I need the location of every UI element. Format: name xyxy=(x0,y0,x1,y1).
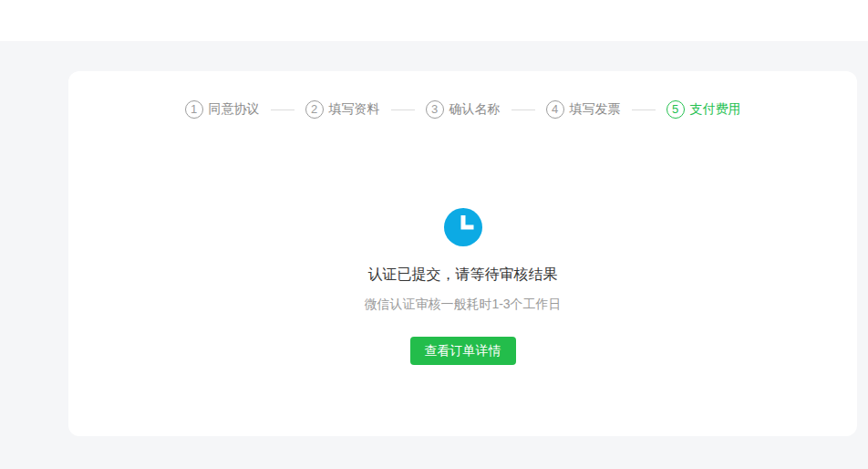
step-number-badge: 4 xyxy=(546,100,564,119)
step-connector xyxy=(632,109,656,110)
step-connector xyxy=(512,109,535,110)
step-number-badge: 1 xyxy=(185,100,203,119)
step-connector xyxy=(271,109,294,110)
status-title: 认证已提交，请等待审核结果 xyxy=(68,266,857,285)
view-order-details-button[interactable]: 查看订单详情 xyxy=(410,337,516,365)
step-label: 同意协议 xyxy=(209,101,260,118)
verification-status-card: 1 同意协议 2 填写资料 3 确认名称 4 填写发票 5 支付费用 xyxy=(68,71,857,436)
status-content: 认证已提交，请等待审核结果 微信认证审核一般耗时1-3个工作日 查看订单详情 xyxy=(68,208,857,365)
step-label: 填写资料 xyxy=(329,101,380,118)
clock-icon xyxy=(444,208,482,246)
stepper-step-1: 1 同意协议 xyxy=(185,100,260,119)
stepper: 1 同意协议 2 填写资料 3 确认名称 4 填写发票 5 支付费用 xyxy=(68,71,857,119)
stepper-step-5: 5 支付费用 xyxy=(666,100,741,119)
step-label: 支付费用 xyxy=(690,101,741,118)
step-connector xyxy=(391,109,415,110)
step-label: 填写发票 xyxy=(570,101,621,118)
stepper-step-4: 4 填写发票 xyxy=(546,100,621,119)
step-number-badge: 5 xyxy=(666,100,685,119)
step-label: 确认名称 xyxy=(450,101,501,118)
stepper-step-2: 2 填写资料 xyxy=(305,100,380,119)
step-number-badge: 3 xyxy=(426,100,444,119)
top-bar xyxy=(0,0,868,41)
step-number-badge: 2 xyxy=(305,100,324,119)
stepper-step-3: 3 确认名称 xyxy=(426,100,501,119)
status-subtitle: 微信认证审核一般耗时1-3个工作日 xyxy=(68,297,857,313)
